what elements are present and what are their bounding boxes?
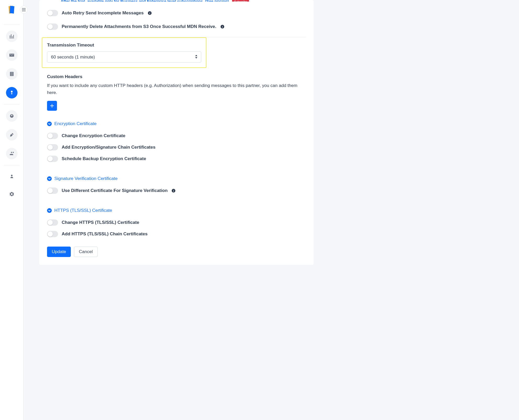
pricing-link[interactable]: After the trial, available only for Busi… (47, 0, 229, 2)
delete-attachments-row: Permanently Delete Attachments from S3 O… (47, 20, 306, 33)
transmission-timeout-section: Transmission Timeout 60 seconds (1 minut… (42, 37, 206, 68)
delete-attachments-label: Permanently Delete Attachments from S3 O… (62, 24, 216, 29)
use-diff-sig-label: Use Different Certificate For Signature … (62, 188, 168, 193)
schedule-backup-row: Schedule Backup Encryption Certificate (47, 152, 306, 166)
add-chain-label: Add Encryption/Signature Chain Certifica… (62, 145, 155, 150)
change-encryption-row: Change Encryption Certificate (47, 129, 306, 143)
add-https-chain-toggle[interactable] (47, 231, 58, 237)
plug-icon (9, 132, 14, 137)
users-icon (9, 151, 14, 156)
https-section-header[interactable]: HTTPS (TLS/SSL) Certificate (47, 208, 306, 213)
https-section-title: HTTPS (TLS/SSL) Certificate (54, 208, 112, 213)
timeout-title: Transmission Timeout (47, 43, 201, 48)
nav-divider (4, 104, 20, 104)
use-diff-sig-toggle[interactable] (47, 188, 58, 194)
action-buttons: Update Cancel (47, 247, 306, 257)
user-icon (10, 174, 14, 178)
nav-dashboard[interactable] (6, 31, 18, 42)
hamburger-icon (22, 8, 26, 11)
building-icon (9, 72, 14, 76)
nav-partners[interactable] (6, 87, 18, 98)
nav-stations[interactable] (6, 68, 18, 80)
change-encryption-label: Change Encryption Certificate (62, 133, 125, 138)
download-user-icon (9, 90, 14, 95)
encryption-section-header[interactable]: Encryption Certificate (47, 121, 306, 126)
change-https-row: Change HTTPS (TLS/SSL) Certificate (47, 216, 306, 229)
svg-rect-3 (22, 11, 26, 11)
add-chain-toggle[interactable] (47, 144, 58, 150)
add-chain-row: Add Encryption/Signature Chain Certifica… (47, 143, 306, 152)
auto-retry-toggle[interactable] (47, 10, 58, 16)
nav-users[interactable] (6, 148, 18, 159)
nav-divider (4, 25, 20, 25)
add-https-chain-label: Add HTTPS (TLS/SSL) Chain Certificates (62, 231, 148, 237)
chart-icon (9, 34, 14, 39)
main-content: After the trial, available only for Busi… (24, 0, 519, 275)
chevron-down-icon (47, 176, 52, 181)
nav-profile[interactable] (6, 171, 18, 182)
nav-integrations[interactable] (6, 129, 18, 141)
custom-headers-description: If you want to include any custom HTTP h… (47, 82, 306, 96)
gear-icon (9, 192, 14, 196)
schedule-backup-label: Schedule Backup Encryption Certificate (62, 156, 146, 161)
nav-divider (4, 165, 20, 165)
update-button[interactable]: Update (47, 247, 71, 257)
settings-card: After the trial, available only for Busi… (39, 0, 314, 265)
schedule-backup-toggle[interactable] (47, 156, 58, 162)
nav-settings[interactable] (6, 188, 18, 200)
add-header-button[interactable] (47, 101, 57, 111)
chevron-down-icon (47, 208, 52, 213)
change-encryption-toggle[interactable] (47, 133, 58, 139)
signature-section-header[interactable]: Signature Verification Certificate (47, 176, 306, 181)
cancel-button[interactable]: Cancel (74, 247, 98, 257)
delete-attachments-toggle[interactable] (47, 24, 58, 30)
nav-certificates[interactable] (6, 110, 18, 122)
use-diff-sig-row: Use Different Certificate For Signature … (47, 184, 306, 197)
certificate-icon (9, 114, 14, 118)
timeout-select[interactable]: 60 seconds (1 minute) (47, 51, 201, 63)
plus-icon (50, 104, 54, 108)
add-https-chain-row: Add HTTPS (TLS/SSL) Chain Certificates (47, 229, 306, 239)
change-https-toggle[interactable] (47, 219, 58, 226)
envelope-icon (9, 53, 14, 57)
app-logo[interactable] (7, 5, 16, 15)
info-icon[interactable]: i (171, 188, 176, 193)
change-https-label: Change HTTPS (TLS/SSL) Certificate (62, 220, 139, 225)
svg-rect-2 (22, 9, 26, 10)
encryption-section-title: Encryption Certificate (54, 121, 97, 126)
info-icon[interactable]: i (147, 11, 152, 15)
menu-toggle[interactable] (20, 6, 28, 14)
nav-messages[interactable] (6, 49, 18, 61)
sidebar (0, 0, 24, 275)
subscribe-badge[interactable]: Subscribe (232, 0, 249, 2)
chevron-down-icon (47, 121, 52, 126)
info-icon[interactable]: i (220, 24, 225, 29)
custom-headers-title: Custom Headers (47, 74, 306, 79)
auto-retry-label: Auto Retry Send Incomplete Messages (62, 10, 144, 16)
svg-rect-1 (22, 8, 26, 9)
auto-retry-row: Auto Retry Send Incomplete Messages i (47, 6, 306, 20)
signature-section-title: Signature Verification Certificate (54, 176, 118, 181)
